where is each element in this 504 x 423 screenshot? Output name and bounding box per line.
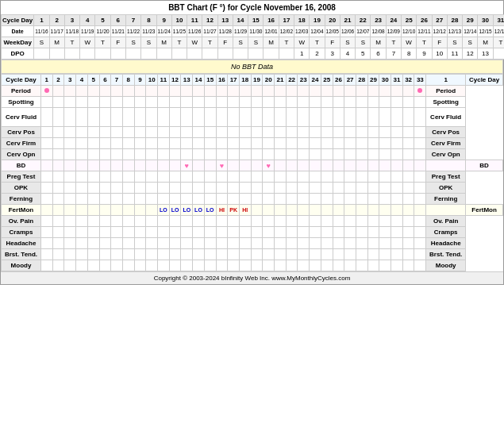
dpo-16 [264, 48, 279, 60]
cd-13: 13 [217, 15, 233, 26]
heart-icon-16: ♥ [220, 162, 224, 170]
dpo-15 [248, 48, 264, 60]
date-2: 11/17 [49, 26, 64, 37]
weekday-row: WeekDay S M T W T F S S M T W T F S S M … [2, 37, 505, 48]
date-25: 12/10 [402, 26, 417, 37]
dpo-22: 5 [356, 48, 371, 60]
dpo-23: 6 [371, 48, 386, 60]
bd-20: ♥ [263, 160, 275, 171]
dpo-7 [125, 48, 140, 60]
date-28: 12/13 [447, 26, 462, 37]
cd-25: 25 [402, 15, 417, 26]
date-17: 12/02 [279, 26, 294, 37]
wd-20: F [325, 37, 340, 48]
heart-icon-13: ♥ [185, 162, 189, 170]
wd-19: T [310, 37, 325, 48]
period-right-label: Period [426, 86, 466, 97]
cd-23: 23 [371, 15, 386, 26]
date-4: 11/19 [80, 26, 95, 37]
wd-14: S [233, 37, 248, 48]
cerv-pos-right-label: Cerv Pos [426, 127, 466, 138]
date-8: 11/23 [141, 26, 156, 37]
ferning-label: Ferning [2, 194, 41, 205]
dpo-17 [279, 48, 294, 60]
date-12: 11/27 [202, 26, 217, 37]
fertmon-right-label: FertMon [466, 205, 503, 216]
cd-9: 9 [156, 15, 171, 26]
cerv-pos-row: Cerv Pos Cerv Pos [2, 127, 503, 138]
symptom-cycle-day-row: Cycle Day 1 2 3 4 5 6 7 8 9 10 11 12 13 … [2, 75, 503, 86]
spotting-row: Spotting Spotting [2, 97, 503, 108]
wd-16: M [264, 37, 279, 48]
dpo-11 [187, 48, 202, 60]
bd-13: ♥ [181, 160, 193, 171]
fertmon-row: FertMon LO LO LO LO LO HI PK HI FertMon [2, 205, 503, 216]
cerv-pos-label: Cerv Pos [2, 127, 41, 138]
wd-27: F [432, 37, 447, 48]
wd-8: S [141, 37, 156, 48]
moody-row: Moody Moody [2, 260, 503, 271]
cerv-opn-row: Cerv Opn Cerv Opn [2, 149, 503, 160]
date-7: 11/22 [125, 26, 140, 37]
bd-row: BD ♥ ♥ ♥ BD [2, 160, 503, 171]
cd-27: 27 [432, 15, 447, 26]
wd-29: S [463, 37, 478, 48]
wd-5: T [95, 37, 110, 48]
cd-16: 16 [264, 15, 279, 26]
moody-right-label: Moody [426, 260, 466, 271]
cerv-firm-row: Cerv Firm Cerv Firm [2, 138, 503, 149]
headache-right-label: Headache [426, 238, 466, 249]
headache-row: Headache Headache [2, 238, 503, 249]
dpo-label: DPO [2, 48, 34, 60]
wd-9: M [156, 37, 171, 48]
wd-1: S [34, 37, 49, 48]
date-10: 11/25 [171, 26, 187, 37]
cd-1: 1 [34, 15, 49, 26]
ov-pain-right-label: Ov. Pain [426, 216, 466, 227]
wd-17: T [279, 37, 294, 48]
cramps-row: Cramps Cramps [2, 227, 503, 238]
dpo-19: 2 [310, 48, 325, 60]
wd-12: T [202, 37, 217, 48]
period-label: Period [2, 86, 41, 97]
cerv-firm-right-label: Cerv Firm [426, 138, 466, 149]
date-18: 12/03 [294, 26, 310, 37]
cd-20: 20 [325, 15, 340, 26]
no-bbt-table: No BBT Data [1, 60, 503, 74]
date-21: 12/06 [340, 26, 355, 37]
cd-5: 5 [95, 15, 110, 26]
wd-31: T [493, 37, 504, 48]
dpo-25: 8 [402, 48, 417, 60]
wd-6: F [110, 37, 125, 48]
no-bbt-row: No BBT Data [2, 60, 503, 74]
moody-label: Moody [2, 260, 41, 271]
spotting-label: Spotting [2, 97, 41, 108]
wd-23: M [371, 37, 386, 48]
date-6: 11/21 [110, 26, 125, 37]
date-20: 12/05 [325, 26, 340, 37]
cd-8: 8 [141, 15, 156, 26]
cd-19: 19 [310, 15, 325, 26]
cd-7: 7 [125, 15, 140, 26]
dpo-14 [233, 48, 248, 60]
cd-3: 3 [64, 15, 79, 26]
opk-row: OPK OPK [2, 183, 503, 194]
cd-6: 6 [110, 15, 125, 26]
wd-13: F [217, 37, 233, 48]
wd-30: M [478, 37, 493, 48]
bd-16: ♥ [216, 160, 228, 171]
fertmon-13: LO [181, 205, 193, 216]
headache-label: Headache [2, 238, 41, 249]
date-31: 12/16 [493, 26, 504, 37]
preg-test-label: Preg Test [2, 171, 41, 183]
fertmon-label: FertMon [2, 205, 41, 216]
dpo-4 [80, 48, 95, 60]
cd-29: 29 [463, 15, 478, 26]
fertmon-16: HI [216, 205, 228, 216]
cd-22: 22 [356, 15, 371, 26]
cramps-label: Cramps [2, 227, 41, 238]
brst-tend-right-label: Brst. Tend. [426, 249, 466, 260]
cerv-fluid-label: Cerv Fluid [2, 108, 41, 127]
period-dot-34 [417, 88, 422, 93]
cd-26: 26 [417, 15, 432, 26]
